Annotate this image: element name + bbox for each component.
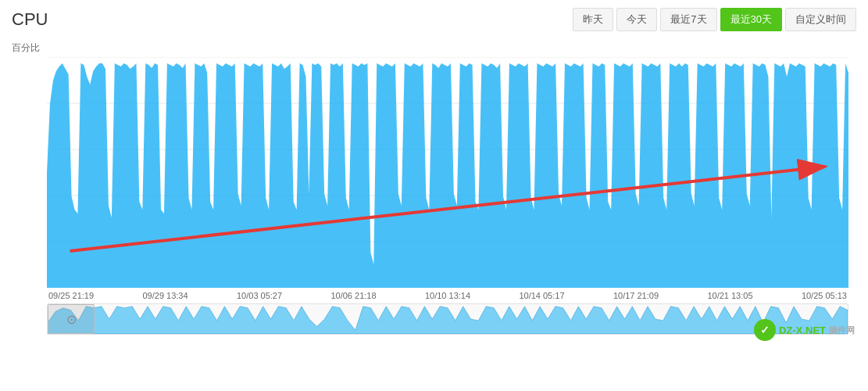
x-label-1: 09/29 13:34 — [142, 291, 188, 300]
x-label-3: 10/06 21:18 — [330, 291, 376, 300]
watermark-suffix: 插件网 — [829, 325, 855, 336]
header: CPU 昨天 今天 最近7天 最近30天 自定义时间 — [12, 8, 856, 31]
y-axis-label: 百分比 — [12, 41, 40, 55]
btn-30days[interactable]: 最近30天 — [720, 8, 782, 31]
mini-chart[interactable]: ⊙ — [47, 303, 848, 335]
watermark: ✓ DZ-X.NET 插件网 — [754, 319, 855, 341]
x-label-2: 10/03 05:27 — [237, 291, 282, 300]
main-chart-svg: 100 80 60 40 20 0 — [47, 57, 848, 288]
mini-chart-svg — [48, 304, 848, 334]
chart-area: 百分比 100 80 60 40 20 0 — [12, 38, 856, 343]
main-chart: 100 80 60 40 20 0 — [47, 57, 848, 288]
x-label-6: 10/17 21:09 — [613, 291, 659, 300]
watermark-icon: ✓ — [760, 324, 770, 336]
chart-wrapper: 100 80 60 40 20 0 — [47, 57, 848, 303]
time-button-group: 昨天 今天 最近7天 最近30天 自定义时间 — [573, 8, 856, 31]
x-label-4: 10/10 13:14 — [425, 291, 470, 300]
x-axis-labels: 09/25 21:19 09/29 13:34 10/03 05:27 10/0… — [47, 291, 848, 300]
x-label-5: 10/14 05:17 — [519, 291, 564, 300]
page-title: CPU — [12, 9, 48, 30]
x-label-7: 10/21 13:05 — [707, 291, 752, 300]
x-label-8: 10/25 05:13 — [802, 291, 847, 300]
scroll-icon: ⊙ — [66, 312, 77, 327]
btn-7days[interactable]: 最近7天 — [660, 8, 716, 31]
btn-yesterday[interactable]: 昨天 — [573, 8, 613, 31]
btn-custom[interactable]: 自定义时间 — [785, 8, 856, 31]
main-container: CPU 昨天 今天 最近7天 最近30天 自定义时间 百分比 — [0, 0, 868, 391]
mini-scroll-thumb[interactable]: ⊙ — [48, 304, 95, 334]
x-label-0: 09/25 21:19 — [48, 291, 94, 300]
btn-today[interactable]: 今天 — [616, 8, 657, 31]
watermark-text: DZ-X.NET — [779, 325, 826, 336]
watermark-logo: ✓ — [754, 319, 776, 341]
